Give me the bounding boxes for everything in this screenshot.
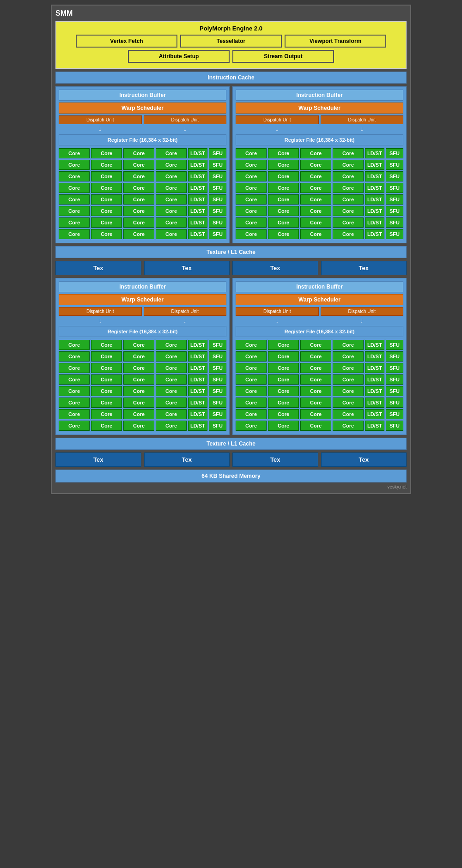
tex-b2: Tex [144, 452, 230, 467]
ldst: LD/ST [365, 409, 384, 419]
core: Core [268, 398, 299, 408]
core: Core [300, 229, 331, 239]
sfu: SFU [209, 409, 226, 419]
instr-buffer-tl: Instruction Buffer [59, 90, 226, 101]
dispatch-row-tl: Dispatch Unit Dispatch Unit [59, 115, 226, 124]
sfu: SFU [386, 183, 403, 193]
instr-buffer-br: Instruction Buffer [236, 281, 403, 292]
core-row-tr-1: Core Core Core Core LD/ST SFU [236, 148, 403, 158]
core-row-tl-4: Core Core Core Core LD/ST SFU [59, 183, 226, 193]
core: Core [123, 398, 154, 408]
arrow-bl-2: ↓ [144, 317, 227, 324]
core: Core [333, 229, 364, 239]
core: Core [91, 374, 122, 385]
ldst: LD/ST [188, 374, 207, 385]
pm-row1: Vertex Fetch Tessellator Viewport Transf… [59, 35, 403, 48]
texture-l1-top: Texture / L1 Cache [55, 246, 407, 258]
core: Core [123, 160, 154, 170]
watermark: vesky.net [55, 484, 407, 489]
core: Core [300, 421, 331, 431]
core: Core [59, 374, 90, 385]
ldst: LD/ST [188, 229, 207, 239]
core: Core [91, 183, 122, 193]
shared-memory: 64 KB Shared Memory [55, 470, 407, 482]
ldst: LD/ST [188, 363, 207, 373]
ldst: LD/ST [188, 409, 207, 419]
dispatch-unit-br-1: Dispatch Unit [236, 307, 319, 316]
ldst: LD/ST [365, 148, 384, 158]
core-row-br-8: Core Core Core Core LD/ST SFU [236, 421, 403, 431]
core: Core [236, 340, 267, 350]
sm-bottom-left: Instruction Buffer Warp Scheduler Dispat… [55, 278, 230, 435]
core-row-bl-5: Core Core Core Core LD/ST SFU [59, 386, 226, 396]
core-row-tl-6: Core Core Core Core LD/ST SFU [59, 206, 226, 216]
core-row-tl-2: Core Core Core Core LD/ST SFU [59, 160, 226, 170]
core-grid-tl: Core Core Core Core LD/ST SFU Core Core … [59, 148, 226, 239]
register-file-tl: Register File (16,384 x 32-bit) [59, 134, 226, 145]
sfu: SFU [386, 171, 403, 181]
core: Core [59, 194, 90, 205]
core: Core [236, 148, 267, 158]
core: Core [333, 194, 364, 205]
core: Core [156, 363, 187, 373]
core: Core [123, 421, 154, 431]
core: Core [333, 171, 364, 181]
core: Core [333, 409, 364, 419]
tex-b3: Tex [232, 452, 318, 467]
core: Core [91, 171, 122, 181]
ldst: LD/ST [188, 386, 207, 396]
core: Core [236, 374, 267, 385]
texture-l1-bottom: Texture / L1 Cache [55, 438, 407, 450]
smm-title: SMM [55, 9, 407, 18]
arrow-br-1: ↓ [236, 317, 319, 324]
core-row-tr-8: Core Core Core Core LD/ST SFU [236, 229, 403, 239]
core: Core [59, 398, 90, 408]
dispatch-arrows-bl: ↓ ↓ [59, 317, 226, 324]
sfu: SFU [209, 386, 226, 396]
core: Core [156, 386, 187, 396]
warp-scheduler-tr: Warp Scheduler [236, 102, 403, 114]
core: Core [268, 374, 299, 385]
core: Core [236, 206, 267, 216]
core-row-bl-1: Core Core Core Core LD/ST SFU [59, 340, 226, 350]
tex-row-top: Tex Tex Tex Tex [55, 261, 407, 275]
ldst: LD/ST [188, 171, 207, 181]
core: Core [333, 374, 364, 385]
instruction-cache-top: Instruction Cache [55, 72, 407, 84]
sfu: SFU [386, 374, 403, 385]
core-row-br-6: Core Core Core Core LD/ST SFU [236, 398, 403, 408]
core: Core [123, 386, 154, 396]
tex-4: Tex [321, 261, 407, 275]
ldst: LD/ST [365, 398, 384, 408]
core: Core [268, 183, 299, 193]
core-row-tl-1: Core Core Core Core LD/ST SFU [59, 148, 226, 158]
core: Core [268, 340, 299, 350]
core: Core [156, 194, 187, 205]
core: Core [91, 351, 122, 362]
core: Core [59, 409, 90, 419]
ldst: LD/ST [188, 148, 207, 158]
dispatch-unit-bl-2: Dispatch Unit [144, 307, 227, 316]
sm-top-right: Instruction Buffer Warp Scheduler Dispat… [232, 86, 407, 243]
core: Core [156, 421, 187, 431]
core: Core [236, 398, 267, 408]
core: Core [300, 194, 331, 205]
core-grid-bl: Core Core Core Core LD/ST SFU Core Core … [59, 340, 226, 431]
tex-b4: Tex [321, 452, 407, 467]
core: Core [333, 421, 364, 431]
instr-buffer-tr: Instruction Buffer [236, 90, 403, 101]
core: Core [300, 217, 331, 228]
sfu: SFU [386, 351, 403, 362]
core-row-tl-8: Core Core Core Core LD/ST SFU [59, 229, 226, 239]
core: Core [59, 183, 90, 193]
core: Core [268, 194, 299, 205]
ldst: LD/ST [188, 160, 207, 170]
dispatch-unit-bl-1: Dispatch Unit [59, 307, 142, 316]
dispatch-unit-br-2: Dispatch Unit [321, 307, 404, 316]
core: Core [59, 206, 90, 216]
ldst: LD/ST [188, 183, 207, 193]
core: Core [59, 421, 90, 431]
core: Core [123, 217, 154, 228]
sfu: SFU [386, 363, 403, 373]
core-row-tl-5: Core Core Core Core LD/ST SFU [59, 194, 226, 205]
